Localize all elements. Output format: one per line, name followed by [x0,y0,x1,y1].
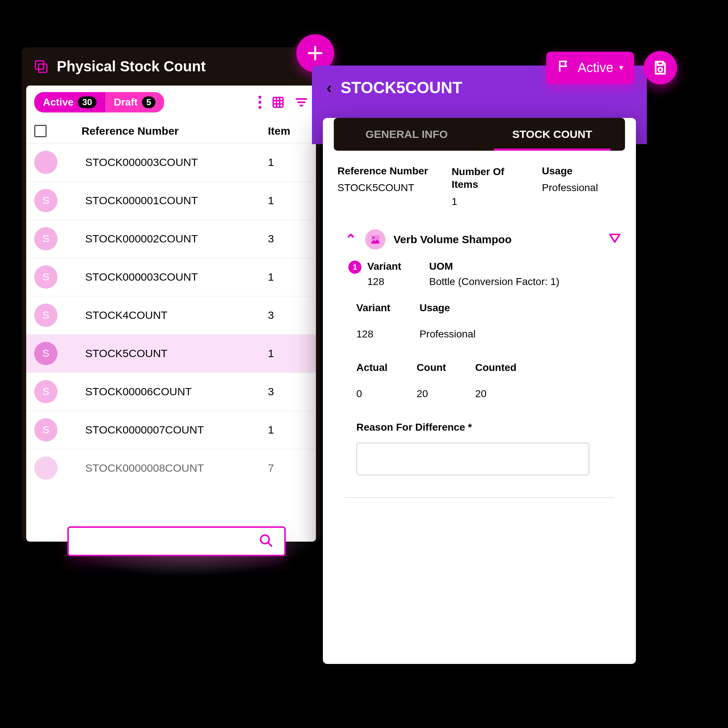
table-row[interactable]: STOCK0000008COUNT7 [26,449,316,487]
row-item: 1 [268,347,308,359]
select-all-checkbox[interactable] [34,125,47,137]
variant-value: 128 [367,276,414,288]
row-reference: STOCK00006COUNT [67,385,268,398]
divider [345,497,614,498]
row-avatar: S [34,418,58,442]
active-status-button[interactable]: Active ▾ [546,52,634,84]
funnel-icon[interactable] [608,232,621,247]
table-row[interactable]: SSTOCK5COUNT1 [26,335,316,373]
product-name: Verb Volume Shampoo [393,233,600,246]
row-item: 3 [268,309,308,321]
variant-index-badge: 1 [348,261,361,274]
ref-label: Reference Number [337,165,441,177]
uom-value: Bottle (Conversion Factor: 1) [429,276,560,288]
table-row[interactable]: SSTOCK000003COUNT1 [26,258,316,296]
table-row[interactable]: STOCK000003COUNT1 [26,144,316,182]
detail-card: GENERAL INFO STOCK COUNT Reference Numbe… [323,118,636,664]
svg-rect-14 [658,62,663,65]
table-row[interactable]: SSTOCK0000007COUNT1 [26,411,316,449]
svg-rect-0 [35,61,44,69]
counted-value: 20 [475,388,517,400]
info-row: Reference Number STOCK5COUNT Number Of I… [323,151,636,208]
row-item: 7 [268,462,308,474]
row-reference: STOCK5COUNT [67,347,268,359]
variant2-value: 128 [356,328,390,340]
status-draft-pill[interactable]: Draft 5 [105,92,165,112]
status-active-label: Active [43,96,73,108]
header-reference: Reference Number [67,125,268,137]
num-items-label: Number Of Items [452,165,531,191]
row-avatar: S [34,380,58,403]
row-reference: STOCK000001COUNT [67,194,268,207]
table-row[interactable]: SSTOCK00006COUNT3 [26,373,316,411]
row-item: 1 [268,271,308,283]
product-row: ⌃ Verb Volume Shampoo [323,208,636,257]
status-filter: Active 30 Draft 5 [34,92,164,112]
count-grid: Actual 0 Count 20 Counted 20 [323,340,636,400]
table-header: Reference Number Item [26,116,316,144]
variant-block: 1 Variant 128 UOM Bottle (Conversion Fac… [323,257,636,288]
tab-stock-count[interactable]: STOCK COUNT [479,118,625,151]
row-avatar [34,151,58,174]
reason-section: Reason For Difference * [323,400,636,476]
top-right-controls: Active ▾ [546,51,677,84]
row-reference: STOCK000002COUNT [67,232,268,245]
row-item: 3 [268,232,308,245]
status-draft-count: 5 [142,96,155,108]
detail-tabs: GENERAL INFO STOCK COUNT [334,118,625,151]
table-row[interactable]: SSTOCK4COUNT3 [26,296,316,335]
table-row[interactable]: SSTOCK000002COUNT3 [26,220,316,258]
stock-list-panel: Physical Stock Count Active 30 Draft 5 [22,47,320,541]
filter-row: Active 30 Draft 5 [26,86,316,116]
stock-stack-icon [34,59,49,74]
search-input[interactable] [67,526,286,556]
active-status-label: Active [578,60,613,75]
svg-marker-18 [610,234,620,242]
row-item: 3 [268,385,308,398]
toolbar-icons [258,96,308,109]
back-button[interactable]: ‹ [327,80,332,96]
collapse-icon[interactable]: ⌃ [345,231,357,248]
svg-point-17 [373,237,375,239]
svg-point-15 [658,68,662,72]
usage-value: Professional [542,182,621,194]
reason-input[interactable] [356,443,589,476]
reason-label: Reason For Difference * [356,422,614,433]
usage2-label: Usage [419,302,476,314]
variant-usage-grid: Variant 128 Usage Professional [323,288,636,340]
num-items-value: 1 [452,196,531,208]
svg-rect-2 [273,98,283,107]
actual-label: Actual [356,362,388,373]
grid-view-icon[interactable] [272,96,284,109]
flag-icon [557,59,572,77]
caret-down-icon: ▾ [619,63,623,72]
row-reference: STOCK000003COUNT [67,271,268,283]
row-reference: STOCK0000007COUNT [67,424,268,436]
usage-label: Usage [542,165,621,177]
list-body: Active 30 Draft 5 Re [26,86,316,541]
kebab-menu-icon[interactable] [258,96,262,109]
row-avatar: S [34,304,58,327]
variant2-label: Variant [356,302,390,314]
row-avatar: S [34,342,58,365]
table-row[interactable]: SSTOCK000001COUNT1 [26,182,316,220]
actual-value: 0 [356,388,388,400]
list-header: Physical Stock Count [22,47,320,86]
search-icon [259,533,273,549]
count-label: Count [417,362,446,373]
row-reference: STOCK4COUNT [67,309,268,321]
svg-rect-1 [38,64,47,72]
tab-general-info[interactable]: GENERAL INFO [334,118,479,151]
stock-table: Reference Number Item STOCK000003COUNT1S… [26,116,316,487]
row-item: 1 [268,194,308,207]
row-avatar: S [34,227,58,251]
row-item: 1 [268,156,308,168]
page-title: Physical Stock Count [57,58,206,75]
save-button[interactable] [644,51,677,84]
row-avatar: S [34,265,58,289]
status-active-pill[interactable]: Active 30 [34,92,105,112]
stock-detail-panel: ‹ STOCK5COUNT GENERAL INFO STOCK COUNT R… [312,66,647,664]
status-draft-label: Draft [114,96,138,108]
usage2-value: Professional [419,328,476,340]
filter-icon[interactable] [295,96,308,109]
